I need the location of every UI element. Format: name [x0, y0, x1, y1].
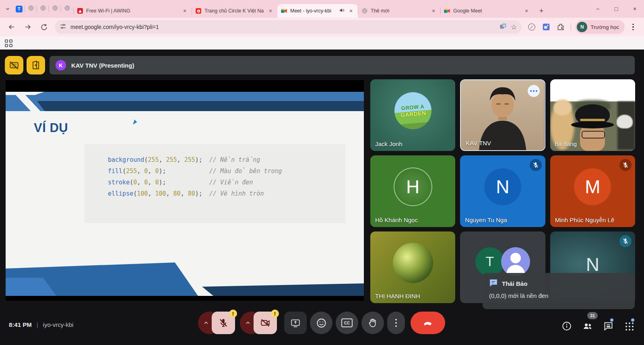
pinned-tab-globe[interactable]	[49, 3, 61, 15]
end-call-button[interactable]	[411, 312, 445, 334]
participant-tile-nguyen-tu-nga[interactable]: NNguyen Tu Nga	[460, 155, 545, 227]
tab-meet-iyo-vrcy-kbi[interactable]: Meet - iyo-vrcy-kbi×	[277, 4, 358, 18]
code-comment: // Viền đen	[209, 179, 253, 186]
more-options-button[interactable]	[387, 312, 405, 334]
tab-strip: TFree Wi-Fi | AWING×Trang chủ Circle K V…	[0, 0, 588, 18]
code-comment: // Nền trắng	[209, 156, 260, 163]
extensions-puzzle-icon[interactable]	[555, 21, 567, 33]
overlay-hide-tiles-button[interactable]	[5, 56, 23, 74]
participant-tile-ha-dang[interactable]: ha dang	[550, 79, 635, 151]
tab-free-wi-fi-awing[interactable]: Free Wi-Fi | AWING×	[73, 4, 192, 18]
chat-panel-icon[interactable]	[602, 320, 614, 332]
tab-trang-ch-circle-k-vi-t-na[interactable]: Trang chủ Circle K Việt Na×	[192, 4, 277, 18]
tab-close-icon[interactable]: ×	[348, 8, 354, 14]
globe-icon	[52, 5, 58, 13]
forward-icon[interactable]	[21, 20, 35, 34]
tab-search-chevron-icon[interactable]	[2, 4, 13, 14]
browser-menu-icon[interactable]	[627, 21, 639, 33]
mic-muted-icon	[530, 159, 542, 171]
chat-notification-dot	[610, 318, 613, 322]
presenting-label: KAV TNV (Presenting)	[71, 62, 134, 69]
reactions-button[interactable]	[310, 312, 332, 334]
globe-favicon-icon	[361, 8, 368, 14]
meet-favicon-icon	[281, 8, 287, 14]
slide-title: VÍ DỤ	[34, 121, 68, 135]
tab-google-meet[interactable]: Google Meet×	[440, 4, 533, 18]
window-minimize-button[interactable]: −	[588, 0, 607, 18]
reload-icon[interactable]	[37, 20, 51, 34]
participant-initial: N	[484, 168, 521, 205]
participant-initial: N	[586, 254, 599, 275]
tab-close-icon[interactable]: ×	[523, 8, 530, 14]
globe-icon	[40, 5, 46, 13]
translate-icon[interactable]	[500, 23, 507, 31]
pinned-tab-globe[interactable]	[25, 3, 37, 15]
mic-toggle-button[interactable]: !	[212, 312, 235, 334]
window-maximize-button[interactable]: □	[607, 0, 625, 18]
awing-favicon-icon	[77, 8, 83, 14]
mic-muted-icon	[619, 235, 632, 247]
pinned-tab-globe[interactable]	[61, 3, 73, 15]
tab-close-icon[interactable]: ×	[182, 8, 188, 14]
participant-initial: M	[574, 168, 611, 205]
presenter-cursor	[133, 120, 138, 126]
tab-title: Trang chủ Circle K Việt Na	[204, 8, 264, 14]
meeting-details-icon[interactable]	[561, 320, 573, 332]
cc-icon: CC	[341, 318, 353, 327]
present-screen-button[interactable]	[284, 312, 307, 334]
chat-notification[interactable]: Thái Bảo (0,0,0) mới là nền đen	[483, 273, 635, 309]
toolbar-divider	[571, 23, 571, 31]
address-bar[interactable]: meet.google.com/iyo-vrcy-kbi?pli=1 ☆	[55, 20, 522, 34]
tab-title: Google Meet	[453, 8, 520, 14]
raise-hand-button[interactable]	[361, 312, 384, 334]
code-line: fill(255, 0, 0);// Màu đỏ bên trong	[108, 165, 345, 177]
participant-tile-minh-ph-c-nguy-n-l[interactable]: MMinh Phúc Nguyễn Lê	[550, 155, 635, 227]
browser-toolbar: meet.google.com/iyo-vrcy-kbi?pli=1 ☆ N T…	[0, 18, 644, 36]
overlay-exit-button[interactable]	[27, 56, 45, 74]
participant-initial: H	[394, 167, 432, 206]
mic-muted-icon	[619, 159, 632, 171]
participant-tile-kav-tnv[interactable]: KAV TNV	[460, 79, 545, 151]
participant-name: ha dang	[555, 140, 577, 147]
captions-button[interactable]: CC	[336, 312, 358, 334]
participant-name: Nguyen Tu Nga	[465, 217, 507, 223]
profile-chip[interactable]: N Trường học	[575, 20, 625, 34]
activities-icon[interactable]	[623, 320, 635, 332]
code-statement: ellipse(100, 100, 80, 80);	[108, 190, 209, 197]
participant-tile-th-h-nh-inh[interactable]: THỊ HẠNH ĐINH	[370, 231, 455, 303]
site-settings-icon[interactable]	[60, 23, 66, 31]
profile-logo: GROW AGARDEN	[393, 91, 433, 131]
back-icon[interactable]	[5, 20, 19, 34]
pencil-extension-icon[interactable]	[526, 21, 538, 33]
new-tab-button[interactable]: +	[536, 5, 547, 17]
camera-toggle-button[interactable]: !	[254, 312, 277, 334]
person-avatar-icon	[501, 247, 530, 276]
screenshot-extension-icon[interactable]	[540, 21, 552, 33]
tab-close-icon[interactable]: ×	[430, 8, 437, 14]
presenting-banner: K KAV TNV (Presenting)	[50, 56, 635, 74]
tab-audio-icon[interactable]	[339, 7, 345, 15]
participant-tile-h-kh-nh-ng-c[interactable]: HHồ Khánh Ngọc	[370, 155, 455, 227]
bookmark-star-icon[interactable]: ☆	[511, 23, 517, 31]
tab-close-icon[interactable]: ×	[267, 8, 274, 14]
status-separator: |	[37, 321, 38, 328]
tile-more-options-icon[interactable]	[528, 85, 540, 97]
slide-footer-stripe	[202, 283, 364, 296]
profile-photo	[393, 243, 433, 283]
participant-name: Hồ Khánh Ngọc	[375, 217, 418, 223]
tab-title: Meet - iyo-vrcy-kbi	[290, 8, 336, 14]
browser-tab-bar: TFree Wi-Fi | AWING×Trang chủ Circle K V…	[0, 0, 644, 18]
url-text[interactable]: meet.google.com/iyo-vrcy-kbi?pli=1	[70, 24, 495, 30]
pinned-tab-globe[interactable]	[37, 3, 49, 15]
window-close-button[interactable]: ×	[625, 0, 644, 18]
photo-shape	[580, 119, 605, 121]
participant-tile-jack-jonh[interactable]: GROW AGARDENJack Jonh	[370, 79, 455, 151]
screen: TFree Wi-Fi | AWING×Trang chủ Circle K V…	[0, 0, 644, 345]
pinned-tab-t[interactable]: T	[13, 3, 25, 15]
mic-control-group: !	[198, 312, 235, 334]
apps-shortcut-icon[interactable]	[5, 39, 12, 47]
participants-icon[interactable]	[582, 320, 594, 332]
meet-favicon-icon	[444, 8, 450, 14]
tab-th-m-i[interactable]: Thẻ mới×	[358, 4, 440, 18]
participants-count-badge: 31	[587, 312, 598, 319]
